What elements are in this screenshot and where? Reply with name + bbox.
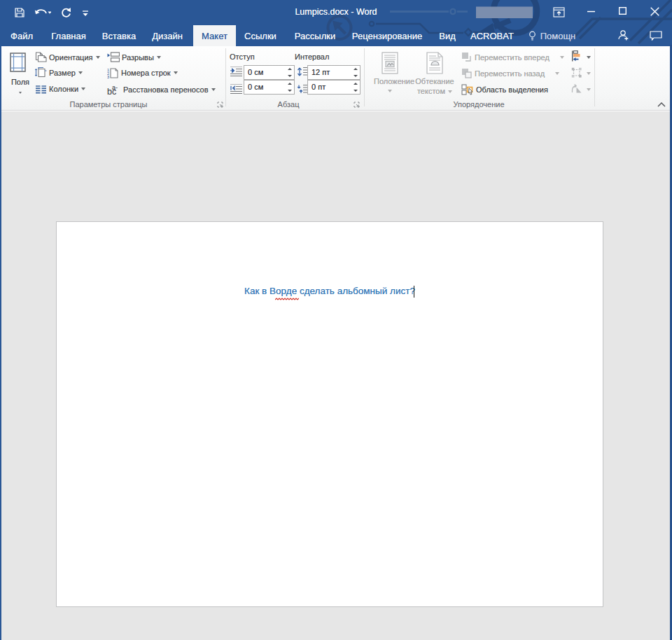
svg-text:3: 3 [107, 75, 109, 79]
svg-text:a-: a- [112, 84, 118, 91]
